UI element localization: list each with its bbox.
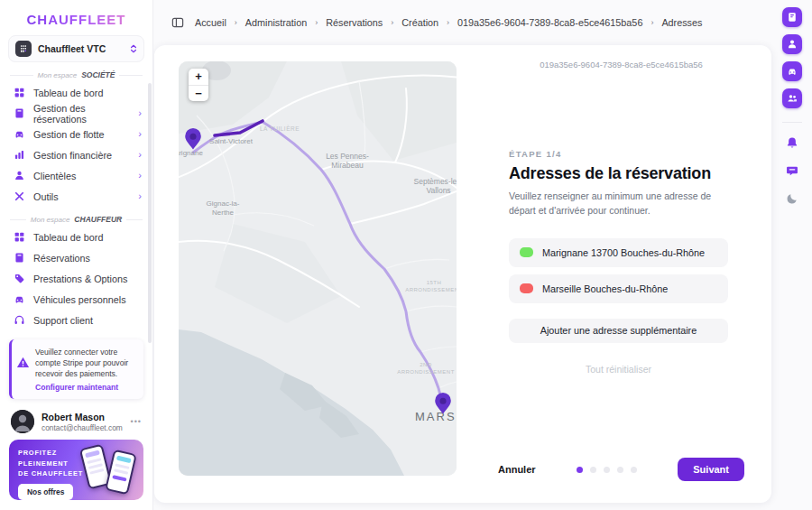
promo-card[interactable]: PROFITEZ PLEINEMENT DE CHAUFFLEET Nos of… [9, 440, 143, 500]
section-prefix: Mon espace [38, 71, 78, 79]
page-title: Adresses de la réservation [509, 164, 728, 183]
map-label-les-pennes: Les Pennes- [326, 152, 369, 161]
rail-reservations-button[interactable] [782, 7, 802, 27]
tools-icon [14, 190, 25, 202]
section-label: SOCIÉTÉ [81, 70, 115, 79]
chevron-updown-icon [130, 44, 137, 53]
chevron-right-icon: › [138, 171, 142, 181]
people-group-icon [787, 93, 798, 104]
sidebar-item-gestion-reservations[interactable]: Gestion des réservations › [0, 103, 152, 124]
user-profile[interactable]: Robert Mason contact@chauffleet.com ••• [11, 410, 142, 433]
breadcrumb-separator: › [315, 18, 318, 27]
breadcrumb-administration[interactable]: Administration [245, 17, 307, 28]
zoom-in-button[interactable]: + [189, 69, 208, 85]
sidebar: CHAUFFLEET Chauffleet VTC Mon espace SOC… [0, 0, 153, 510]
zoom-out-button[interactable]: − [189, 85, 208, 101]
dashboard-grid-icon [14, 231, 25, 243]
rail-drivers-button[interactable] [782, 88, 802, 108]
sidebar-item-vehicules-personnels[interactable]: Véhicules personnels [0, 289, 152, 310]
breadcrumb-separator: › [391, 18, 393, 27]
bar-chart-icon [14, 149, 25, 161]
workspace-building-icon [15, 41, 32, 57]
sidebar-item-tableau-de-bord-chauffeur[interactable]: Tableau de bord [0, 227, 152, 247]
sidebar-item-outils[interactable]: Outils › [0, 186, 152, 207]
sidebar-item-support-client[interactable]: Support client [0, 310, 152, 330]
reset-all-link[interactable]: Tout réinitialiser [509, 364, 728, 375]
sidebar-item-reservations[interactable]: Réservations [0, 247, 152, 268]
chat-message-icon [786, 164, 798, 177]
sidebar-item-label: Gestion financière [33, 150, 112, 161]
chevron-right-icon: › [138, 150, 142, 160]
section-prefix: Mon espace [31, 216, 70, 224]
stripe-configure-link[interactable]: Configurer maintenant [35, 383, 137, 392]
sidebar-item-tableau-de-bord-societe[interactable]: Tableau de bord [0, 82, 152, 103]
sidebar-item-gestion-flotte[interactable]: Gestion de flotte › [0, 124, 152, 144]
sidebar-item-clienteles[interactable]: Clientèles › [0, 165, 152, 186]
section-label: CHAUFFEUR [74, 215, 122, 224]
breadcrumb-accueil[interactable]: Accueil [195, 17, 226, 28]
breadcrumb-separator: › [651, 18, 653, 27]
map-label-marignane: Marignane [179, 149, 203, 157]
user-menu-dots-icon[interactable]: ••• [131, 417, 142, 426]
avatar [11, 410, 34, 433]
sidebar-item-label: Outils [33, 191, 59, 202]
pickup-address-label: Marignane 13700 Bouches-du-Rhône [542, 247, 705, 258]
map-label-saint-victoret: Saint-Victoret [209, 137, 254, 145]
car-icon [787, 66, 798, 77]
progress-dots [536, 467, 678, 473]
chevron-right-icon: › [138, 108, 142, 118]
content-card: Marignane Saint-Victoret LA TUILIÈRE Les… [154, 45, 771, 503]
chat-button[interactable] [782, 161, 802, 181]
progress-dot [617, 467, 623, 473]
breadcrumb-reservations[interactable]: Réservations [326, 17, 383, 28]
progress-dot [577, 467, 583, 473]
reservation-id: 019a35e6-9604-7389-8ca8-e5ce4615ba56 [498, 60, 744, 70]
sidebar-item-label: Véhicules personnels [33, 294, 126, 305]
promo-offers-button[interactable]: Nos offres [18, 484, 73, 500]
bookings-icon [14, 252, 25, 264]
cancel-button[interactable]: Annuler [498, 464, 536, 475]
workspace-selector[interactable]: Chauffleet VTC [8, 35, 144, 62]
map-label-gignac: Nerthe [212, 209, 235, 217]
moon-icon [786, 192, 798, 205]
address-row-dropoff[interactable]: Marseille Bouches-du-Rhône [509, 274, 728, 303]
address-row-pickup[interactable]: Marignane 13700 Bouches-du-Rhône [509, 238, 728, 267]
add-address-button[interactable]: Ajouter une adresse supplémentaire [509, 319, 728, 343]
bookings-icon [787, 12, 798, 23]
stripe-warning-card: Veuillez connecter votre compte Stripe p… [9, 339, 143, 399]
app-logo[interactable]: CHAUFFLEET [0, 12, 152, 27]
tag-icon [14, 273, 25, 284]
rail-divider [782, 122, 802, 123]
map-label-septemes: Septèmes-les- [414, 177, 457, 186]
breadcrumb-creation[interactable]: Création [401, 17, 438, 28]
map-label-gignac: Gignac-la- [207, 199, 240, 208]
stripe-warning-message: Veuillez connecter votre compte Stripe p… [35, 347, 137, 379]
chevron-right-icon: › [138, 191, 142, 201]
rail-clients-button[interactable] [782, 34, 802, 54]
map-canvas: Marignane Saint-Victoret LA TUILIÈRE Les… [179, 61, 457, 476]
route-map[interactable]: Marignane Saint-Victoret LA TUILIÈRE Les… [179, 61, 457, 476]
rail-fleet-button[interactable] [782, 61, 802, 81]
workspace-name: Chauffleet VTC [38, 43, 124, 54]
sidebar-scrollbar[interactable] [148, 83, 152, 343]
car-icon [14, 128, 25, 140]
progress-dot [604, 467, 610, 473]
map-label-15th-arrondissement: ARRONDISSEMENT [405, 287, 457, 292]
sidebar-item-prestations-options[interactable]: Prestations & Options [0, 268, 152, 289]
bell-icon [786, 136, 798, 149]
warning-triangle-icon [16, 347, 30, 392]
next-button[interactable]: Suivant [678, 458, 744, 481]
map-label-septemes: Vallons [426, 186, 450, 195]
sidebar-item-label: Prestations & Options [33, 274, 127, 284]
breadcrumb-adresses[interactable]: Adresses [661, 17, 702, 28]
sidebar-item-gestion-financiere[interactable]: Gestion financière › [0, 144, 152, 165]
dark-mode-toggle[interactable] [782, 189, 802, 209]
step-indicator: ÉTAPE 1/4 [509, 149, 728, 159]
breadcrumb-reservation-id[interactable]: 019a35e6-9604-7389-8ca8-e5ce4615ba56 [457, 17, 642, 28]
notifications-button[interactable] [782, 133, 802, 153]
breadcrumb-separator: › [235, 18, 237, 27]
breadcrumb-separator: › [447, 18, 449, 27]
person-icon [14, 170, 25, 181]
car-icon [14, 293, 25, 305]
sidebar-toggle-icon[interactable] [171, 16, 184, 29]
